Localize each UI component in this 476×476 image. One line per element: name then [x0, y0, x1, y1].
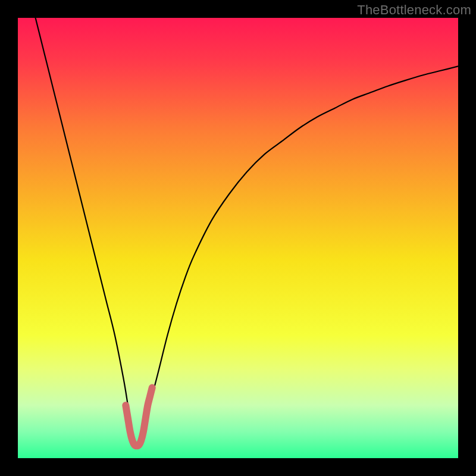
- gradient-background: [18, 18, 458, 458]
- plot-area: [18, 18, 458, 458]
- bottleneck-chart: [18, 18, 458, 458]
- watermark-text: TheBottleneck.com: [357, 2, 471, 18]
- chart-frame: TheBottleneck.com: [0, 0, 476, 476]
